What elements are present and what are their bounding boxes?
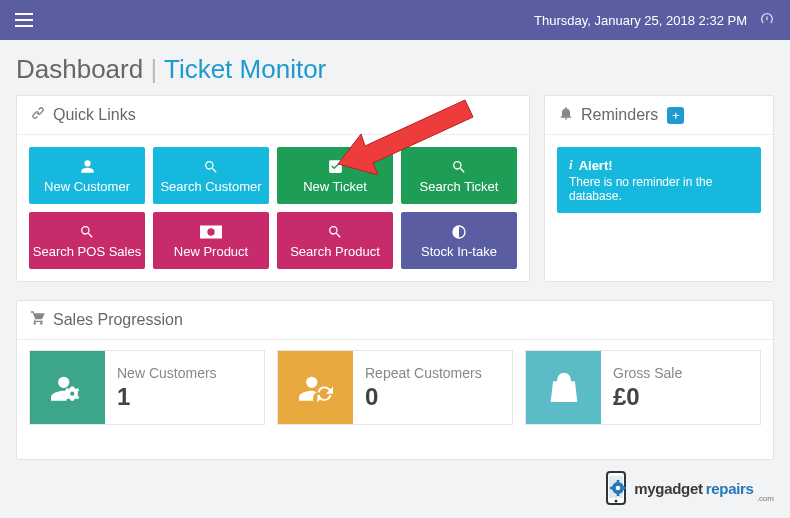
user-gear-icon xyxy=(30,351,105,424)
page-title: Dashboard | Ticket Monitor xyxy=(16,54,774,85)
brand-suffix: .com xyxy=(757,494,774,503)
svg-point-3 xyxy=(615,500,618,503)
stat-label: Repeat Customers xyxy=(365,365,482,381)
alert-message: There is no reminder in the database. xyxy=(569,175,749,203)
contrast-icon xyxy=(451,223,467,241)
user-icon xyxy=(80,158,95,176)
search-customer-button[interactable]: Search Customer xyxy=(153,147,269,204)
bag-icon xyxy=(526,351,601,424)
cart-icon xyxy=(30,310,46,330)
topbar: Thursday, January 25, 2018 2:32 PM xyxy=(0,0,790,40)
svg-rect-8 xyxy=(623,487,626,490)
info-icon: i xyxy=(569,157,573,173)
sales-header: Sales Progression xyxy=(17,301,773,340)
sales-progression-panel: Sales Progression New Customers 1 Repeat… xyxy=(16,300,774,460)
svg-rect-5 xyxy=(617,480,620,483)
quicklinks-grid: New Customer Search Customer New Ticket … xyxy=(29,147,517,269)
svg-rect-7 xyxy=(610,487,613,490)
svg-rect-6 xyxy=(617,493,620,496)
ql-label: Search Product xyxy=(290,244,380,259)
new-ticket-button[interactable]: New Ticket xyxy=(277,147,393,204)
link-icon xyxy=(30,105,46,125)
repeat-customers-card[interactable]: Repeat Customers 0 xyxy=(277,350,513,425)
search-icon xyxy=(203,158,219,176)
main-container: Dashboard | Ticket Monitor Quick Links N… xyxy=(0,40,790,474)
ql-label: New Customer xyxy=(44,179,130,194)
stat-label: Gross Sale xyxy=(613,365,682,381)
stat-value: 0 xyxy=(365,383,482,411)
dashboard-gauge-icon[interactable] xyxy=(759,11,775,30)
search-pos-sales-button[interactable]: Search POS Sales xyxy=(29,212,145,269)
money-icon xyxy=(200,223,222,241)
stat-value: 1 xyxy=(117,383,217,411)
ql-label: Search Customer xyxy=(160,179,261,194)
search-icon xyxy=(79,223,95,241)
ql-label: Search POS Sales xyxy=(33,244,141,259)
search-ticket-button[interactable]: Search Ticket xyxy=(401,147,517,204)
new-product-button[interactable]: New Product xyxy=(153,212,269,269)
topbar-right: Thursday, January 25, 2018 2:32 PM xyxy=(534,11,775,30)
brand-logo: mygadgetrepairs .com xyxy=(605,471,774,505)
alert-box: i Alert! There is no reminder in the dat… xyxy=(557,147,761,213)
search-product-button[interactable]: Search Product xyxy=(277,212,393,269)
gross-sale-card[interactable]: Gross Sale £0 xyxy=(525,350,761,425)
new-customer-button[interactable]: New Customer xyxy=(29,147,145,204)
svg-point-9 xyxy=(616,486,621,491)
quicklinks-header: Quick Links xyxy=(17,96,529,135)
hamburger-icon[interactable] xyxy=(15,13,33,27)
datetime-text: Thursday, January 25, 2018 2:32 PM xyxy=(534,13,747,28)
check-square-icon xyxy=(327,158,344,176)
quicklinks-title: Quick Links xyxy=(53,106,136,124)
stat-label: New Customers xyxy=(117,365,217,381)
brand-text-2: repairs xyxy=(706,480,754,497)
ql-label: Stock In-take xyxy=(421,244,497,259)
reminders-panel: Reminders + i Alert! There is no reminde… xyxy=(544,95,774,282)
user-refresh-icon xyxy=(278,351,353,424)
brand-text-1: mygadget xyxy=(634,480,702,497)
stock-intake-button[interactable]: Stock In-take xyxy=(401,212,517,269)
search-icon xyxy=(327,223,343,241)
new-customers-card[interactable]: New Customers 1 xyxy=(29,350,265,425)
add-reminder-button[interactable]: + xyxy=(667,107,684,124)
sales-title: Sales Progression xyxy=(53,311,183,329)
subtitle-text: Ticket Monitor xyxy=(164,54,326,84)
title-text: Dashboard xyxy=(16,54,143,84)
ql-label: New Ticket xyxy=(303,179,367,194)
ql-label: Search Ticket xyxy=(420,179,499,194)
alert-title: Alert! xyxy=(579,158,613,173)
stat-value: £0 xyxy=(613,383,682,411)
search-icon xyxy=(451,158,467,176)
reminders-header: Reminders + xyxy=(545,96,773,135)
phone-gear-icon xyxy=(605,471,631,505)
quicklinks-panel: Quick Links New Customer Search Customer… xyxy=(16,95,530,282)
bell-icon xyxy=(558,105,574,125)
ql-label: New Product xyxy=(174,244,248,259)
reminders-title: Reminders xyxy=(581,106,658,124)
